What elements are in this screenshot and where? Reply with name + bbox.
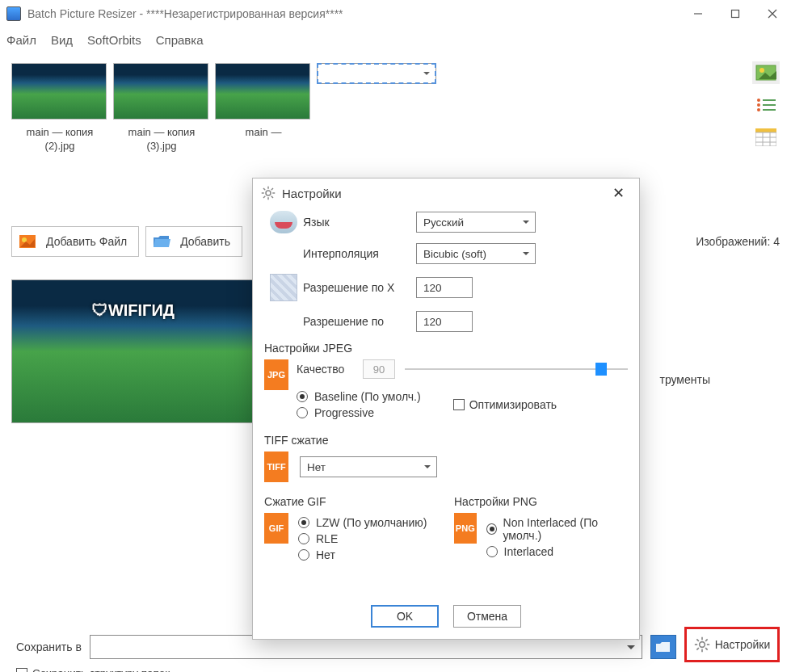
language-icon: [270, 211, 297, 233]
settings-dialog: Настройки ✕ Язык Русский Интерполяция Bi…: [252, 178, 640, 640]
view-grid-icon[interactable]: [752, 126, 780, 149]
add-file-button[interactable]: Добавить Файл: [11, 226, 139, 257]
dialog-close-button[interactable]: ✕: [606, 181, 631, 205]
svg-rect-13: [755, 128, 776, 132]
thumbnail-image: [113, 63, 208, 120]
tiff-section-title: TIFF сжатие: [264, 434, 628, 447]
jpeg-progressive-radio[interactable]: Progressive: [297, 406, 421, 419]
titlebar: Batch Picture Resizer - ****Незарегистри…: [0, 0, 791, 27]
dialog-title: Настройки: [282, 187, 342, 200]
settings-button-label: Настройки: [715, 638, 771, 651]
quality-input[interactable]: 90: [363, 359, 395, 379]
png-interlaced-radio[interactable]: Interlaced: [486, 545, 628, 558]
thumbnail-strip: main — копия (2).jpg main — копия (3).jp…: [11, 58, 780, 153]
svg-point-31: [266, 191, 271, 195]
png-icon: PNG: [454, 513, 477, 544]
thumbnail-item[interactable]: [317, 63, 414, 153]
jpeg-section-title: Настройки JPEG: [264, 342, 628, 355]
language-select[interactable]: Русский: [416, 212, 536, 233]
gif-none-radio[interactable]: Нет: [298, 548, 427, 561]
menu-softorbits[interactable]: SoftOrbits: [87, 33, 141, 47]
svg-rect-12: [763, 109, 776, 111]
thumbnail-name: main —: [215, 126, 312, 140]
svg-line-37: [271, 196, 273, 198]
tiff-icon: TIFF: [264, 452, 288, 482]
preview-image: 🛡WIFIГИД: [11, 279, 255, 423]
resolution-y-label: Разрешение по: [303, 315, 416, 328]
images-count: Изображений: 4: [696, 235, 780, 248]
maximize-button[interactable]: [717, 1, 754, 27]
minimize-button[interactable]: [680, 1, 717, 27]
dialog-cancel-button[interactable]: Отмена: [453, 605, 521, 628]
svg-point-5: [759, 68, 764, 73]
gif-lzw-radio[interactable]: LZW (По умолчанию): [298, 516, 427, 529]
gif-icon: GIF: [264, 513, 288, 544]
close-button[interactable]: [754, 1, 791, 27]
add-folder-label: Добавить: [180, 235, 230, 248]
keep-structure-label: Сохранить структуру папок: [32, 667, 170, 672]
interpolation-label: Интерполяция: [303, 247, 416, 260]
resolution-x-input[interactable]: 120: [416, 277, 473, 298]
save-in-label: Сохранить в: [16, 640, 82, 653]
thumbnail-image: [11, 63, 107, 120]
resolution-x-label: Разрешение по X: [303, 281, 416, 294]
svg-point-11: [757, 108, 760, 111]
thumbnail-image: [215, 63, 310, 120]
dialog-ok-button[interactable]: OK: [371, 605, 439, 628]
svg-rect-10: [763, 104, 776, 106]
keep-structure-checkbox[interactable]: [16, 668, 27, 673]
png-section-title: Настройки PNG: [454, 495, 628, 508]
thumbnail-image: [317, 63, 436, 84]
tiff-compression-select[interactable]: Нет: [300, 456, 437, 477]
jpeg-baseline-radio[interactable]: Baseline (По умолч.): [297, 390, 421, 403]
svg-line-27: [696, 639, 699, 641]
svg-line-39: [271, 188, 273, 190]
menu-view[interactable]: Вид: [51, 33, 73, 47]
window-title: Batch Picture Resizer - ****Незарегистри…: [27, 7, 343, 20]
resolution-y-input[interactable]: 120: [416, 311, 473, 332]
jpg-icon: JPG: [264, 359, 288, 390]
thumbnail-name: main — копия (3).jpg: [113, 126, 210, 153]
menubar: Файл Вид SoftOrbits Справка: [0, 27, 791, 52]
thumbnail-name: main — копия (2).jpg: [11, 126, 108, 153]
peek-instruments-label: трументы: [659, 373, 710, 386]
menu-file[interactable]: Файл: [6, 33, 36, 47]
svg-point-9: [757, 103, 760, 107]
app-icon: [6, 6, 21, 21]
svg-line-29: [696, 648, 699, 650]
thumbnail-item[interactable]: main — копия (2).jpg: [11, 63, 108, 153]
quality-slider[interactable]: [405, 363, 628, 376]
jpeg-optimize-checkbox[interactable]: Оптимизировать: [453, 398, 557, 411]
add-file-label: Добавить Файл: [46, 235, 127, 248]
png-noninterlaced-radio[interactable]: Non Interlaced (По умолч.): [486, 516, 628, 542]
interpolation-select[interactable]: Bicubic (soft): [416, 243, 536, 264]
view-list-icon[interactable]: [752, 94, 780, 116]
svg-line-30: [705, 639, 708, 641]
svg-point-7: [757, 99, 760, 102]
settings-button[interactable]: Настройки: [684, 627, 780, 662]
svg-rect-14: [755, 132, 776, 146]
language-label: Язык: [303, 216, 416, 229]
svg-rect-1: [732, 10, 739, 18]
svg-point-22: [699, 642, 705, 648]
preview-logo-text: 🛡WIFIГИД: [92, 301, 175, 320]
quality-label: Качество: [297, 363, 353, 376]
thumbnail-item[interactable]: main — копия (3).jpg: [113, 63, 210, 153]
svg-rect-8: [763, 99, 776, 101]
svg-line-28: [705, 648, 708, 650]
thumbnail-item[interactable]: main —: [215, 63, 312, 153]
menu-help[interactable]: Справка: [156, 33, 204, 47]
gear-icon: [261, 186, 276, 200]
gif-rle-radio[interactable]: RLE: [298, 532, 427, 545]
svg-line-38: [263, 196, 265, 198]
browse-folder-button[interactable]: [650, 635, 676, 659]
resolution-icon: [270, 274, 297, 301]
add-folder-button[interactable]: Добавить: [145, 226, 242, 257]
svg-line-36: [263, 188, 265, 190]
gif-section-title: Сжатие GIF: [264, 495, 438, 508]
view-thumbnails-icon[interactable]: [752, 61, 780, 84]
